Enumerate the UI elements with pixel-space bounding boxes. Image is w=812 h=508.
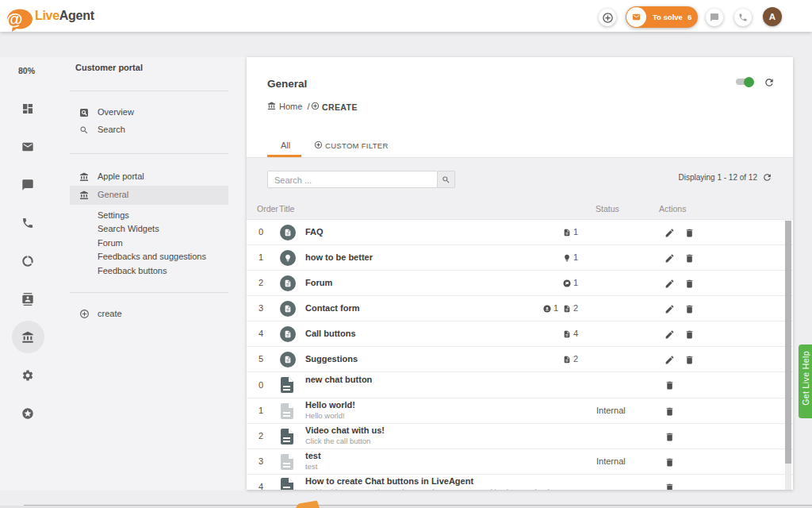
svg-text:@: @: [6, 10, 22, 28]
